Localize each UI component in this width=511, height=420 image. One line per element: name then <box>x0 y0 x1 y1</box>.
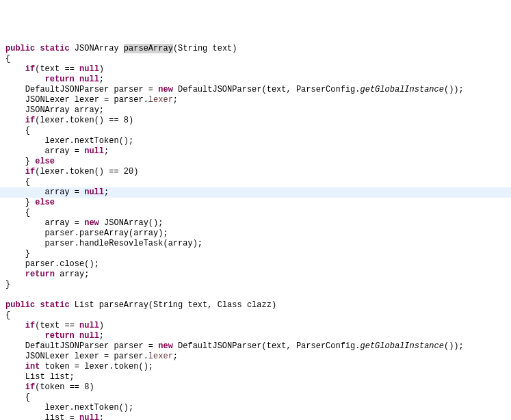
code-line: JSONLexer lexer = parser.lexer; <box>5 352 178 361</box>
code-line: { <box>5 126 30 135</box>
code-line: public static List parseArray(String tex… <box>5 300 276 310</box>
code-line: int token = lexer.token(); <box>5 362 153 371</box>
code-line: } else <box>5 157 55 166</box>
code-line: return null; <box>5 75 104 84</box>
code-text: List list; <box>25 372 75 382</box>
code-line: if(text == null) <box>5 64 104 74</box>
code-text: JSONLexer lexer = parser. <box>25 352 148 361</box>
code-text: ()); <box>444 85 464 94</box>
code-text: token = lexer.token(); <box>40 362 153 371</box>
static-method: getGlobalInstance <box>361 341 444 351</box>
code-text: { <box>25 393 30 402</box>
code-line: if(lexer.token() == 20) <box>5 167 138 176</box>
code-text: ; <box>99 75 104 84</box>
params: (String text) <box>173 44 237 53</box>
code-text: (text == <box>35 64 79 74</box>
keyword: null <box>79 331 99 341</box>
code-text: array = <box>45 218 85 228</box>
keyword: null <box>79 321 99 330</box>
code-line: { <box>5 54 10 64</box>
code-line: DefaultJSONParser parser = new DefaultJS… <box>5 341 464 351</box>
code-text: ; <box>173 95 178 105</box>
code-line-highlighted: array = null; <box>0 187 511 198</box>
code-text: ; <box>173 352 178 361</box>
code-line: if(text == null) <box>5 321 104 330</box>
keyword: new <box>158 341 173 351</box>
code-text: } <box>25 157 35 166</box>
code-text: DefaultJSONParser(text, ParserConfig. <box>173 85 361 94</box>
code-text: ; <box>99 331 104 341</box>
keyword: if <box>25 116 35 125</box>
code-text: ; <box>104 187 109 197</box>
code-line: } <box>5 280 10 289</box>
code-text: JSONArray array; <box>25 105 104 115</box>
keyword: if <box>25 382 35 392</box>
keyword: return <box>25 270 55 279</box>
method-name-highlighted: parseArray <box>124 44 173 53</box>
code-line: { <box>5 177 30 187</box>
code-text: parser.handleResovleTask(array); <box>45 239 202 248</box>
code-text: parser.close(); <box>25 259 99 269</box>
code-text: } <box>25 249 30 259</box>
code-line: { <box>5 311 10 320</box>
keyword: else <box>35 198 55 207</box>
keyword: public <box>5 44 35 53</box>
keyword: null <box>79 75 99 84</box>
code-line: JSONArray array; <box>5 105 104 115</box>
code-line: if(token == 8) <box>5 382 94 392</box>
keyword: int <box>25 362 40 371</box>
code-text: parser.parseArray(array); <box>45 228 168 238</box>
code-line: DefaultJSONParser parser = new DefaultJS… <box>5 85 464 94</box>
code-text: lexer.nextToken(); <box>45 403 134 412</box>
code-line: } <box>5 249 30 259</box>
code-line: parser.parseArray(array); <box>5 228 168 238</box>
code-text: list = <box>45 413 79 420</box>
code-line: array = null; <box>5 146 109 156</box>
keyword: new <box>84 218 99 228</box>
type: JSONArray <box>75 44 119 53</box>
code-line: } else <box>5 198 55 207</box>
code-text: (token == 8) <box>35 382 94 392</box>
code-text: ()); <box>444 341 464 351</box>
code-text: JSONArray(); <box>99 218 163 228</box>
keyword: null <box>79 64 99 74</box>
code-text: (lexer.token() == 20) <box>35 167 138 176</box>
code-line: parser.handleResovleTask(array); <box>5 239 202 248</box>
static-method: getGlobalInstance <box>361 85 444 94</box>
code-line: lexer.nextToken(); <box>5 403 133 412</box>
keyword: return <box>45 331 75 341</box>
keyword: if <box>25 321 35 330</box>
code-line: public static JSONArray parseArray(Strin… <box>5 44 237 53</box>
code-line: array = new JSONArray(); <box>5 218 163 228</box>
code-text: } <box>25 198 35 207</box>
code-text: { <box>25 208 30 218</box>
code-text: ; <box>104 146 109 156</box>
code-line: list = null; <box>5 413 104 420</box>
keyword: else <box>35 157 55 166</box>
field: lexer <box>148 95 173 105</box>
code-line: JSONLexer lexer = parser.lexer; <box>5 95 178 105</box>
code-line: { <box>5 208 30 218</box>
code-text: (text == <box>35 321 79 330</box>
code-text: ) <box>99 64 104 74</box>
code-text: List parseArray(String text, Class clazz… <box>70 300 276 310</box>
keyword: return <box>45 75 75 84</box>
keyword: null <box>84 146 104 156</box>
code-text: array = <box>45 187 85 197</box>
code-text: lexer.nextToken(); <box>45 136 134 146</box>
code-line: parser.close(); <box>5 259 99 269</box>
code-text: DefaultJSONParser parser = <box>25 341 158 351</box>
code-line: return null; <box>5 331 104 341</box>
code-text: JSONLexer lexer = parser. <box>25 95 148 105</box>
code-text: ) <box>99 321 104 330</box>
field: lexer <box>148 352 173 361</box>
code-text: { <box>25 177 30 187</box>
code-text: { <box>25 126 30 135</box>
code-block: public static JSONArray parseArray(Strin… <box>5 44 506 420</box>
keyword: static <box>40 300 69 310</box>
keyword: public <box>5 300 35 310</box>
code-text: (lexer.token() == 8) <box>35 116 133 125</box>
code-line: if(lexer.token() == 8) <box>5 116 133 125</box>
code-text: ; <box>99 413 104 420</box>
code-line: List list; <box>5 372 75 382</box>
